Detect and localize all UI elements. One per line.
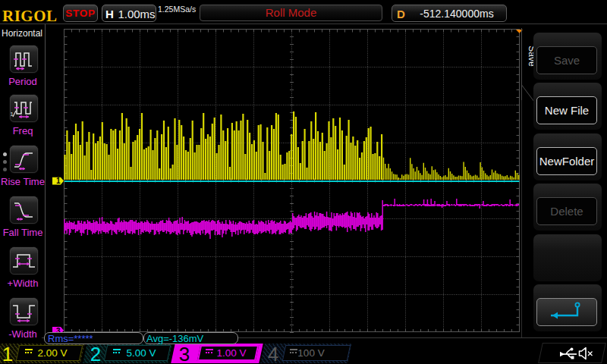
svg-text:1: 1: [11, 111, 14, 118]
svg-text:1: 1: [56, 177, 61, 185]
